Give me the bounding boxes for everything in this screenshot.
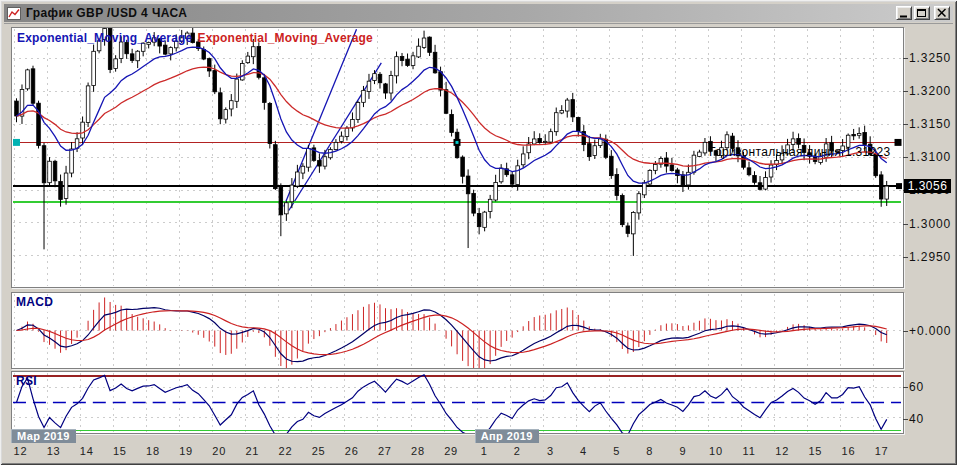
date-label: 2 [514,445,521,457]
date-label: 28 [411,445,425,457]
macd-chart [12,293,903,368]
chart-icon [7,7,21,20]
date-label: 29 [444,445,458,457]
minimize-button[interactable] [896,6,912,20]
date-label: 20 [212,445,226,457]
date-label: 4 [580,445,587,457]
ema-fast-label: Exponential_Moving_Average [17,31,192,45]
price-tick [903,124,908,125]
title-bar[interactable]: График GBP /USD 4 ЧАСА [4,4,953,22]
maximize-icon [916,8,928,18]
date-label: 9 [679,445,686,457]
date-label: 1 [481,445,488,457]
date-label: 12 [775,445,789,457]
date-label: 27 [378,445,392,457]
price-tick-label: 1.3000 [909,217,951,231]
price-tick-label: 1.3150 [909,117,951,131]
date-label: 8 [646,445,653,457]
macd-panel[interactable]: MACD [11,292,904,369]
titlebar-divider [4,23,953,24]
price-tick [903,91,908,92]
price-tick-label: 1.2950 [909,250,951,264]
chart-window: График GBP /USD 4 ЧАСА Exponential_Movin… [0,0,957,465]
date-label: 14 [80,445,94,457]
last-price-box: 1.3056 [904,179,951,193]
date-label: 19 [179,445,193,457]
price-tick [903,58,908,59]
date-label: 26 [345,445,359,457]
rsi-label: RSI [16,374,37,388]
window-title: График GBP /USD 4 ЧАСА [26,6,894,20]
date-label: 16 [842,445,856,457]
month-marker: Апр 2019 [475,429,539,443]
ema-slow-label: Exponential_Moving_Average [197,31,372,45]
date-label: 15 [113,445,127,457]
date-label: 11 [743,445,756,457]
rsi-chart [12,372,903,433]
date-label: 12 [14,445,28,457]
maximize-button[interactable] [914,6,930,20]
date-label: 3 [547,445,554,457]
indicator-labels: Exponential_Moving_Average Exponential_M… [17,31,373,45]
rsi-tick-label: 60 [909,380,924,394]
price-tick-label: 1.3200 [909,84,951,98]
price-tick-label: 1.3250 [909,51,951,65]
month-marker: Мар 2019 [11,429,76,443]
rsi-tick [903,387,908,388]
rsi-tick [903,419,908,420]
date-label: 5 [613,445,620,457]
price-tick [903,157,908,158]
date-label: 13 [47,445,61,457]
date-label: 15 [808,445,822,457]
macd-zero-tick [903,331,908,332]
date-label: 17 [875,445,889,457]
price-tick [903,257,908,258]
price-tick [903,224,908,225]
date-label: 22 [279,445,293,457]
date-label: 21 [245,445,259,457]
rsi-tick-label: 40 [909,412,924,426]
macd-zero-label: +0.000 [909,324,951,338]
minimize-icon [898,8,910,18]
date-label: 25 [312,445,326,457]
horizontal-line-label: Горизонтальная линия 1.31223 [709,145,890,159]
close-icon [936,8,948,18]
close-button[interactable] [934,6,950,20]
rsi-panel[interactable]: RSI [11,371,904,434]
date-label: 18 [146,445,160,457]
macd-label: MACD [16,295,53,309]
price-tick-label: 1.3100 [909,150,951,164]
date-label: 10 [709,445,723,457]
